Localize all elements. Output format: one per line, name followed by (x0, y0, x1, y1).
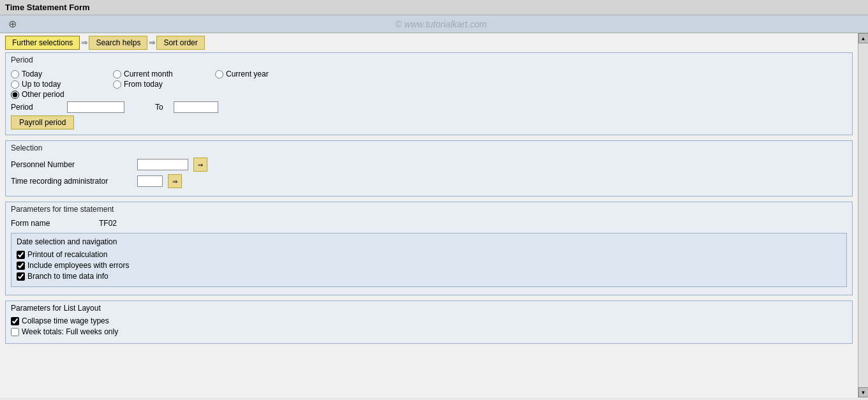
to-label: To (155, 103, 163, 112)
check-include-row: Include employees with errors (17, 261, 841, 270)
check-include[interactable] (17, 262, 25, 270)
main-content: Further selections ⇒ Search helps ⇒ Sort… (0, 33, 868, 397)
radio-current-month-label: Current month (124, 70, 173, 78)
period-section-title: Period (11, 56, 847, 66)
radio-up-to-today-row: Up to today (11, 80, 113, 89)
date-nav-box: Date selection and navigation Printout o… (11, 233, 847, 287)
tab-search-helps[interactable]: Search helps (89, 36, 147, 50)
list-layout-section: Parameters for List Layout Collapse time… (5, 300, 853, 344)
time-recording-arrow-icon: ⇒ (172, 178, 177, 185)
period-field-row: Period To (11, 101, 847, 113)
scroll-down-icon: ▼ (861, 390, 866, 396)
scrollbar-right: ▲ ▼ (858, 33, 868, 397)
scroll-up-btn[interactable]: ▲ (858, 33, 869, 43)
check-week-totals[interactable] (11, 328, 19, 336)
form-name-value: TF02 (99, 219, 117, 228)
radio-other-period-row: Other period (11, 90, 113, 99)
check-collapse-label: Collapse time wage types (22, 316, 109, 325)
radio-up-to-today[interactable] (11, 80, 19, 89)
payroll-period-button[interactable]: Payroll period (11, 115, 74, 130)
radio-current-year-label: Current year (226, 70, 269, 78)
personnel-number-label: Personnel Number (11, 160, 132, 169)
personnel-number-input[interactable] (137, 159, 188, 170)
tab-sort-order[interactable]: Sort order (156, 36, 204, 50)
radio-up-to-today-label: Up to today (22, 80, 61, 89)
search-helps-label: Search helps (96, 38, 140, 47)
params-section: Parameters for time statement Form name … (5, 202, 853, 295)
form-name-row: Form name TF02 (11, 219, 847, 228)
radio-current-month-row: Current month (113, 70, 215, 78)
radio-today-row: Today (11, 70, 113, 78)
personnel-number-arrow-icon: ⇒ (198, 161, 203, 168)
check-printout[interactable] (17, 251, 25, 259)
selection-section: Selection Personnel Number ⇒ Time record… (5, 140, 853, 196)
tab-further-selections[interactable]: Further selections (5, 36, 80, 50)
params-section-title: Parameters for time statement (11, 205, 847, 215)
period-label: Period (11, 103, 62, 112)
period-grid: Today Current month Current year Up to t… (11, 70, 847, 99)
check-branch-row: Branch to time data info (17, 272, 841, 281)
scroll-up-icon: ▲ (861, 36, 866, 41)
content-area: Further selections ⇒ Search helps ⇒ Sort… (0, 33, 858, 397)
list-layout-title: Parameters for List Layout (11, 304, 847, 313)
radio-today-label: Today (22, 70, 42, 78)
radio-current-year[interactable] (215, 70, 223, 78)
radio-other-period-label: Other period (22, 90, 64, 99)
personnel-number-row: Personnel Number ⇒ (11, 158, 847, 172)
radio-current-month[interactable] (113, 70, 121, 78)
check-branch-label: Branch to time data info (27, 272, 108, 281)
personnel-number-select-btn[interactable]: ⇒ (193, 158, 207, 172)
sort-order-label: Sort order (163, 38, 197, 47)
date-nav-title: Date selection and navigation (17, 237, 841, 246)
toolbar-symbol: ⊕ (8, 18, 17, 30)
time-recording-label: Time recording administrator (11, 177, 132, 186)
check-printout-row: Printout of recalculation (17, 250, 841, 259)
check-branch[interactable] (17, 272, 25, 281)
scroll-down-btn[interactable]: ▼ (858, 387, 869, 397)
radio-from-today[interactable] (113, 80, 121, 89)
radio-current-year-row: Current year (215, 70, 317, 78)
period-to-input[interactable] (174, 101, 218, 113)
time-recording-select-btn[interactable]: ⇒ (168, 174, 182, 188)
time-recording-input[interactable] (137, 175, 163, 187)
toolbar-icon[interactable]: ⊕ (5, 17, 19, 31)
further-selections-label: Further selections (12, 38, 73, 47)
tab-arrow-2: ⇒ (149, 38, 155, 47)
tab-arrow-1: ⇒ (81, 38, 87, 47)
radio-from-today-row: From today (113, 80, 215, 89)
radio-other-period[interactable] (11, 91, 19, 99)
time-recording-row: Time recording administrator ⇒ (11, 174, 847, 188)
selection-section-title: Selection (11, 144, 847, 154)
toolbar-bar: ⊕ © www.tutorialkart.com (0, 15, 868, 33)
radio-from-today-label: From today (124, 80, 163, 89)
check-printout-label: Printout of recalculation (27, 250, 107, 259)
check-collapse-row: Collapse time wage types (11, 316, 847, 325)
check-include-label: Include employees with errors (27, 261, 129, 270)
radio-today[interactable] (11, 70, 19, 78)
check-week-totals-row: Week totals: Full weeks only (11, 327, 847, 336)
form-name-label: Form name (11, 219, 94, 228)
tab-bar: Further selections ⇒ Search helps ⇒ Sort… (5, 36, 853, 50)
check-week-totals-label: Week totals: Full weeks only (22, 327, 118, 336)
check-collapse[interactable] (11, 317, 19, 325)
period-section: Period Today Current month Current year (5, 52, 853, 135)
page-title: Time Statement Form (5, 3, 90, 12)
watermark: © www.tutorialkart.com (19, 19, 863, 29)
title-bar: Time Statement Form (0, 0, 868, 15)
period-from-input[interactable] (67, 101, 124, 113)
